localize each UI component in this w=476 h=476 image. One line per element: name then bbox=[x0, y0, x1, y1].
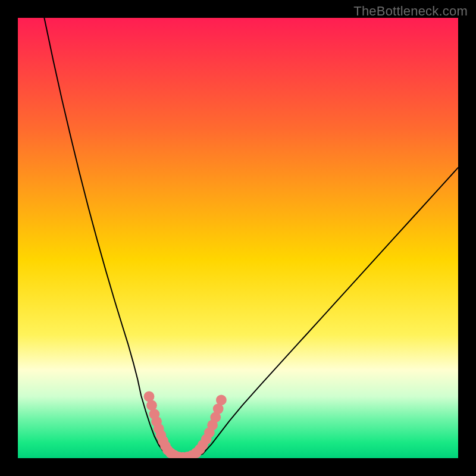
chart-stage: TheBottleneck.com bbox=[0, 0, 476, 476]
plot-background bbox=[18, 18, 458, 458]
watermark-text: TheBottleneck.com bbox=[353, 4, 468, 19]
dot bbox=[216, 394, 227, 405]
bottleneck-chart bbox=[18, 18, 458, 458]
